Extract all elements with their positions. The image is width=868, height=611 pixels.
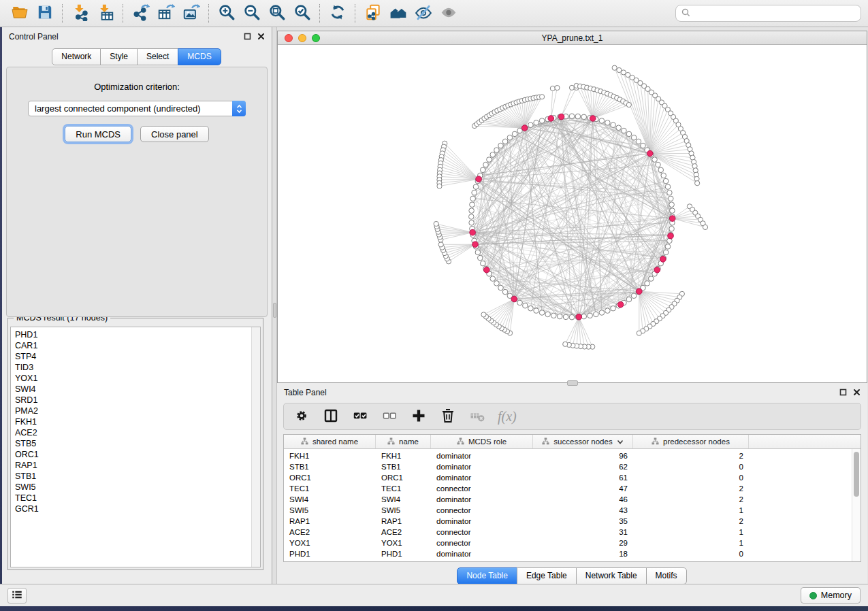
add-button[interactable] (410, 408, 428, 425)
mcds-result-item[interactable]: SRD1 (11, 395, 260, 406)
zoom-in-button[interactable] (214, 2, 239, 25)
table-row[interactable]: FKH1FKH1dominator962 (284, 450, 861, 461)
clone-network-icon (364, 3, 382, 23)
table-row[interactable]: TEC1TEC1connector472 (284, 483, 861, 494)
mcds-result-item[interactable]: STB5 (11, 438, 260, 449)
mcds-result-item[interactable]: SWI4 (11, 384, 260, 395)
search-input[interactable] (694, 8, 855, 19)
table-cell: ACE2 (284, 528, 376, 536)
maximize-window-icon[interactable] (312, 34, 320, 42)
column-header-name[interactable]: name (376, 435, 431, 448)
table-row[interactable]: ACE2ACE2connector311 (284, 527, 861, 538)
tab-network-table[interactable]: Network Table (576, 567, 647, 584)
clone-network-button[interactable] (360, 2, 385, 25)
mcds-result-item[interactable]: PMA2 (11, 406, 260, 416)
network-canvas[interactable] (278, 45, 867, 382)
select-all-button[interactable] (351, 408, 369, 425)
minimize-window-icon[interactable] (298, 34, 306, 42)
optimization-criterion-select[interactable]: largest connected component (undirected) (28, 101, 246, 116)
split-handle-vertical[interactable] (273, 303, 276, 318)
show-panels-menu-button[interactable] (7, 588, 27, 604)
mcds-result-item[interactable]: STB1 (11, 471, 260, 482)
mcds-result-item[interactable]: ACE2 (11, 427, 260, 438)
export-network-button[interactable] (128, 2, 153, 25)
mcds-result-item[interactable]: GCR1 (11, 503, 260, 514)
export-image-button[interactable] (178, 2, 204, 25)
delete-button[interactable] (439, 408, 457, 425)
mcds-result-group: MCDS result (17 nodes) PHD1CAR1STP4TID3Y… (7, 318, 263, 570)
mcds-result-scrollbar[interactable] (251, 327, 260, 567)
mcds-result-item[interactable]: PHD1 (11, 329, 260, 340)
mcds-result-item[interactable]: ORC1 (11, 449, 260, 460)
column-header-predecessor-nodes[interactable]: predecessor nodes (633, 435, 749, 448)
window-traffic-lights (285, 34, 320, 42)
tab-motifs[interactable]: Motifs (646, 567, 687, 584)
close-window-icon[interactable] (285, 34, 293, 42)
column-header-successor-nodes[interactable]: successor nodes (533, 435, 633, 448)
zoom-out-button[interactable] (239, 2, 264, 25)
tab-style[interactable]: Style (100, 48, 138, 65)
table-cell: 2 (633, 484, 749, 493)
column-header-shared-name[interactable]: shared name (284, 435, 376, 448)
table-cell: 35 (533, 517, 633, 525)
mcds-result-item[interactable]: TEC1 (11, 493, 260, 503)
table-row[interactable]: YOX1YOX1connector291 (284, 538, 861, 548)
table-row[interactable]: RAP1RAP1dominator352 (284, 516, 861, 527)
tab-mcds[interactable]: MCDS (178, 48, 221, 65)
mcds-result-item[interactable]: STP4 (11, 351, 260, 362)
function-builder-button: f(x) (498, 408, 517, 425)
float-panel-button[interactable] (244, 33, 251, 40)
save-session-button[interactable] (32, 2, 57, 25)
columns-button[interactable] (322, 408, 340, 425)
run-mcds-button[interactable]: Run MCDS (65, 126, 131, 142)
float-table-panel-button[interactable] (839, 389, 847, 396)
deselect-all-button[interactable] (381, 408, 398, 425)
tab-node-table[interactable]: Node Table (457, 567, 517, 584)
mcds-result-item[interactable]: CAR1 (11, 340, 260, 351)
first-neighbors-button[interactable] (385, 2, 411, 25)
table-cell: connector (431, 484, 533, 493)
import-table-button[interactable] (93, 2, 118, 25)
toolbar-separator (123, 4, 123, 23)
mcds-result-item[interactable]: YOX1 (11, 373, 260, 384)
table-row[interactable]: SWI4SWI4dominator462 (284, 494, 861, 505)
hide-selected-button[interactable] (411, 2, 436, 25)
tab-edge-table[interactable]: Edge Table (517, 567, 577, 584)
list-icon (11, 589, 23, 603)
table-row[interactable]: PHD1PHD1dominator180 (284, 548, 861, 559)
table-scrollbar-thumb[interactable] (854, 452, 859, 497)
show-all-button[interactable] (436, 2, 461, 25)
mcds-result-item[interactable]: RAP1 (11, 460, 260, 471)
open-file-button[interactable] (7, 2, 32, 25)
tab-select[interactable]: Select (137, 48, 178, 65)
memory-button[interactable]: Memory (801, 587, 861, 604)
export-table-icon (157, 3, 175, 23)
export-table-button[interactable] (153, 2, 178, 25)
application-window: Control Panel NetworkStyleSelectMCDS Opt… (0, 0, 868, 611)
table-cell: 43 (533, 506, 633, 514)
table-cell: 0 (633, 550, 749, 558)
import-network-button[interactable] (67, 2, 93, 25)
close-table-panel-button[interactable] (853, 389, 861, 396)
table-panel: Table Panel f(x) shared namenameMCDS rol… (277, 383, 867, 584)
column-header-MCDS-role[interactable]: MCDS role (431, 435, 533, 448)
table-cell: 0 (633, 463, 749, 471)
tab-network[interactable]: Network (52, 48, 101, 65)
settings-button[interactable] (293, 408, 310, 425)
close-mcds-panel-button[interactable]: Close panel (140, 126, 209, 142)
zoom-fit-button[interactable] (264, 2, 289, 25)
split-handle-horizontal[interactable] (567, 380, 578, 386)
close-panel-button[interactable] (257, 33, 265, 40)
mcds-result-item[interactable]: TID3 (11, 362, 260, 373)
table-scrollbar[interactable] (852, 449, 861, 561)
zoom-selected-button[interactable] (289, 2, 315, 25)
mcds-tab-content: Optimization criterion: largest connecte… (6, 67, 268, 317)
table-cell: dominator (431, 517, 533, 525)
table-row[interactable]: ORC1ORC1dominator610 (284, 472, 861, 483)
refresh-button[interactable] (325, 2, 350, 25)
table-row[interactable]: SWI5SWI5connector431 (284, 505, 861, 516)
mcds-result-item[interactable]: SWI5 (11, 482, 260, 493)
table-cell: TEC1 (284, 484, 376, 493)
table-row[interactable]: STB1STB1dominator620 (284, 461, 861, 472)
mcds-result-item[interactable]: FKH1 (11, 416, 260, 427)
